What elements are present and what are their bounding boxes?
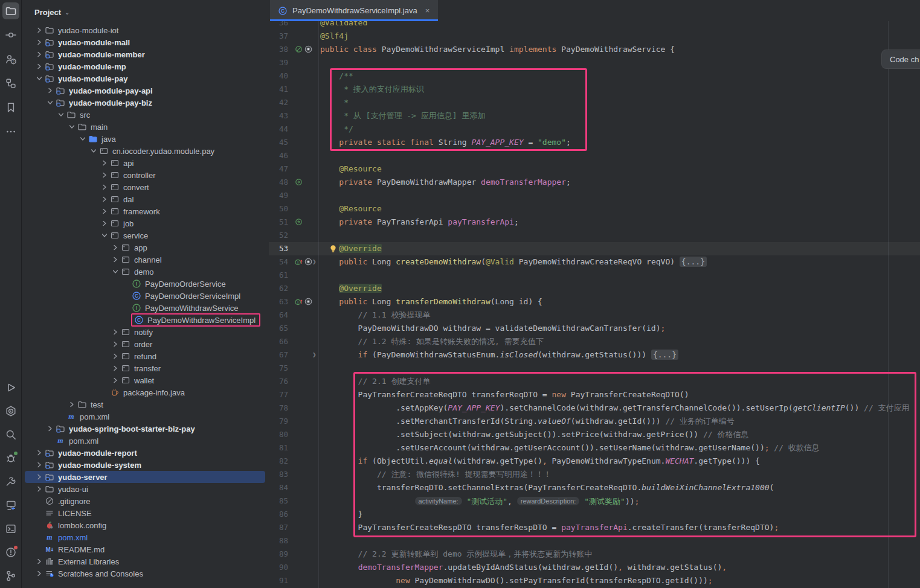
chevron-down-icon[interactable]	[45, 98, 55, 107]
build-tool-button[interactable]	[2, 473, 19, 490]
line-number[interactable]: 83	[269, 468, 288, 481]
chevron-right-icon[interactable]	[111, 363, 120, 373]
chevron-down-icon[interactable]	[100, 231, 109, 240]
chevron-down-icon[interactable]	[89, 146, 98, 156]
tree-item-pom-xml[interactable]: mpom.xml	[22, 411, 269, 423]
tree-item-yudao-module-mall[interactable]: yudao-module-mall	[22, 36, 269, 48]
search-tool-button[interactable]	[2, 426, 19, 443]
tree-item-app[interactable]: app	[22, 241, 269, 254]
run-tool-button[interactable]	[2, 379, 19, 396]
chevron-right-icon[interactable]	[111, 243, 120, 252]
tree-item-test[interactable]: test	[22, 398, 269, 411]
chevron-right-icon[interactable]	[34, 569, 44, 578]
line-number[interactable]: 88	[269, 534, 288, 548]
tree-item-lombok-config[interactable]: lombok.config	[22, 519, 269, 531]
line-number[interactable]: 53	[269, 242, 288, 255]
terminal-tool-button[interactable]	[2, 520, 19, 537]
code-line-81[interactable]: 81 .setUserAccount(withdraw.getUserAccou…	[269, 441, 920, 455]
code-line-82[interactable]: 82 if (ObjectUtil.equal(withdraw.getType…	[269, 455, 920, 468]
line-number[interactable]: 82	[269, 455, 288, 468]
code-line-89[interactable]: 89 // 2.2 更新转账单到 demo 示例提现单，并将状态更新为转账中	[269, 548, 920, 561]
code-line-45[interactable]: 45 private static final String PAY_APP_K…	[269, 136, 920, 149]
tree-item-java[interactable]: java	[22, 133, 269, 145]
git-branch-tool-button[interactable]	[2, 567, 19, 584]
line-number[interactable]: 62	[269, 282, 288, 295]
structure-tool-button[interactable]	[2, 75, 19, 92]
code-line-50[interactable]: 50 @Resource	[269, 202, 920, 216]
chevron-right-icon[interactable]	[34, 50, 44, 59]
line-number[interactable]: 37	[269, 30, 288, 43]
code-line-67[interactable]: 67❯ if (PayDemoWithdrawStatusEnum.isClos…	[269, 348, 920, 362]
tree-item-yudao-ui[interactable]: yudao-ui	[22, 483, 269, 495]
tree-item-service[interactable]: service	[22, 229, 269, 241]
code-line-62[interactable]: 62 @Override	[269, 282, 920, 295]
chevron-right-icon[interactable]	[34, 62, 44, 71]
tree-item-convert[interactable]: convert	[22, 181, 269, 193]
line-number[interactable]: 40	[269, 69, 288, 83]
code-line-63[interactable]: 63I public Long transferDemoWithdraw(Lon…	[269, 295, 920, 308]
line-number[interactable]: 67	[269, 348, 288, 362]
tree-item-src[interactable]: src	[22, 109, 269, 121]
line-number[interactable]: 87	[269, 521, 288, 534]
tree-item--gitignore[interactable]: .gitignore	[22, 495, 269, 507]
code-line-66[interactable]: 66 // 1.2 特殊: 如果是转账失败的情况, 需要充值下	[269, 335, 920, 348]
tree-item-paydemowithdrawservice[interactable]: IPayDemoWithdrawService	[22, 302, 269, 314]
line-number[interactable]: 41	[269, 83, 288, 96]
close-icon[interactable]: ×	[425, 6, 430, 15]
tree-item-job[interactable]: job	[22, 217, 269, 229]
tree-item-license[interactable]: LICENSE	[22, 507, 269, 519]
chevron-down-icon[interactable]	[78, 134, 88, 144]
chevron-right-icon[interactable]	[111, 375, 120, 385]
tree-item-dal[interactable]: dal	[22, 193, 269, 205]
chevron-right-icon[interactable]	[34, 37, 44, 47]
tree-item-yudao-module-mp[interactable]: yudao-module-mp	[22, 60, 269, 72]
code-pane[interactable]: 36@Validated37@Slf4j38public class PayDe…	[269, 16, 920, 587]
line-number[interactable]: 49	[269, 189, 288, 202]
code-line-47[interactable]: 47 @Resource	[269, 162, 920, 176]
line-number[interactable]: 90	[269, 561, 288, 574]
tree-item-controller[interactable]: controller	[22, 169, 269, 181]
tab-paydemowithdrawserviceimpl[interactable]: C PayDemoWithdrawServiceImpl.java ×	[270, 0, 438, 21]
chevron-down-icon[interactable]	[111, 267, 120, 276]
code-line-65[interactable]: 65 PayDemoWithdrawDO withdraw = validate…	[269, 322, 920, 335]
line-number[interactable]: 38	[269, 43, 288, 56]
line-number[interactable]: 48	[269, 176, 288, 189]
line-number[interactable]: 50	[269, 202, 288, 216]
code-line-84[interactable]: 84 transferReqDTO.setChannelExtras(PayTr…	[269, 481, 920, 494]
line-number[interactable]: 63	[269, 295, 288, 308]
tree-item-package-info-java[interactable]: package-info.java	[22, 386, 269, 398]
line-number[interactable]: 78	[269, 401, 288, 415]
line-number[interactable]: 64	[269, 308, 288, 322]
debug-tool-button[interactable]	[2, 450, 19, 467]
code-line-48[interactable]: 48 private PayDemoWithdrawMapper demoTra…	[269, 176, 920, 189]
code-line-87[interactable]: 87 PayTransferCreateRespDTO transferResp…	[269, 521, 920, 534]
line-number[interactable]: 76	[269, 375, 288, 388]
tree-item-transfer[interactable]: transfer	[22, 362, 269, 374]
line-number[interactable]: 81	[269, 441, 288, 455]
line-number[interactable]: 89	[269, 548, 288, 561]
tree-item-pom-xml[interactable]: mpom.xml	[22, 531, 269, 543]
code-line-79[interactable]: 79 .setMerchantTransferId(String.valueOf…	[269, 415, 920, 428]
code-line-91[interactable]: 91 new PayDemoWithdrawDO().setPayTransfe…	[269, 574, 920, 587]
code-line-54[interactable]: 54I❯ public Long createDemoWithdraw(@Val…	[269, 255, 920, 269]
line-number[interactable]: 45	[269, 136, 288, 149]
code-line-38[interactable]: 38public class PayDemoWithdrawServiceImp…	[269, 43, 920, 56]
chevron-right-icon[interactable]	[111, 255, 120, 264]
tree-item-paydemoorderserviceimpl[interactable]: CPayDemoOrderServiceImpl	[22, 290, 269, 302]
code-line-88[interactable]: 88	[269, 534, 920, 548]
chevron-right-icon[interactable]	[34, 460, 44, 470]
tree-item-readme-md[interactable]: MREADME.md	[22, 543, 269, 555]
chevron-right-icon[interactable]	[34, 448, 44, 458]
line-number[interactable]: 86	[269, 508, 288, 521]
chevron-right-icon[interactable]	[67, 400, 77, 409]
chevron-right-icon[interactable]	[100, 206, 109, 216]
code-line-78[interactable]: 78 .setAppKey(PAY_APP_KEY).setChannelCod…	[269, 401, 920, 415]
chevron-down-icon[interactable]	[34, 74, 44, 83]
line-number[interactable]: 66	[269, 335, 288, 348]
code-line-43[interactable]: 43 * 从 [支付管理 -> 应用信息] 里添加	[269, 109, 920, 123]
tree-item-yudao-module-pay-api[interactable]: yudao-module-pay-api	[22, 85, 269, 97]
bookmarks-tool-button[interactable]	[2, 99, 19, 116]
code-line-49[interactable]: 49	[269, 189, 920, 202]
problems-tool-button[interactable]	[2, 544, 19, 561]
line-number[interactable]: 85	[269, 494, 288, 508]
